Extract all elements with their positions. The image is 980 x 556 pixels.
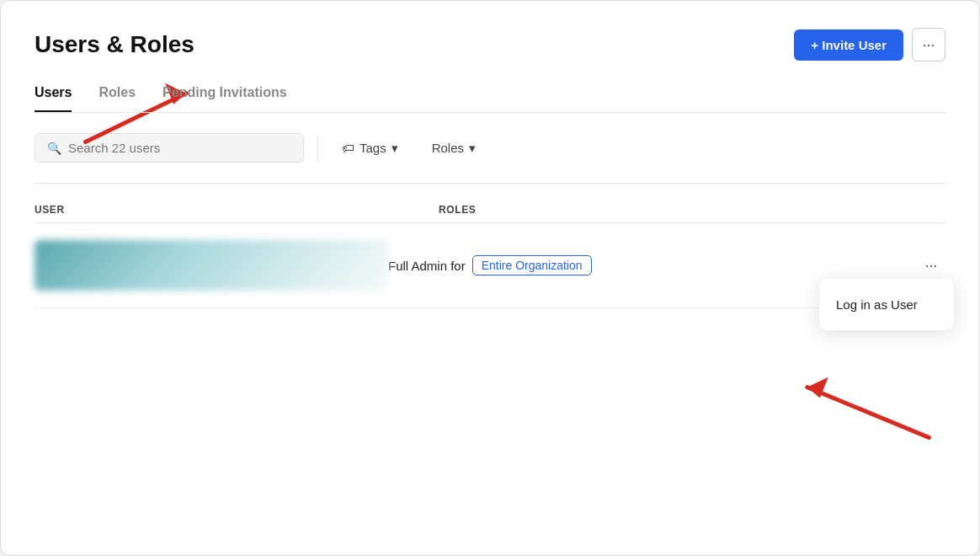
tags-chevron-icon: ▾ (391, 141, 398, 156)
header-actions: + Invite User ··· (794, 28, 945, 61)
roles-chevron-icon: ▾ (469, 141, 476, 156)
svg-line-2 (807, 388, 929, 438)
tabs-container: Users Roles Pending Invitations (35, 85, 945, 113)
tab-users[interactable]: Users (35, 85, 72, 112)
filter-divider (35, 183, 945, 184)
user-role-column: Full Admin for Entire Organization (388, 255, 917, 275)
dropdown-menu: Log in as User (819, 279, 954, 330)
col-header-user: USER (35, 204, 439, 216)
filter-separator (317, 135, 318, 162)
search-input[interactable] (68, 141, 291, 155)
roles-filter-button[interactable]: Roles ▾ (422, 134, 486, 163)
table-row: Full Admin for Entire Organization ··· L… (35, 223, 945, 308)
main-window: Users & Roles + Invite User ··· Users Ro… (0, 0, 980, 556)
avatar (35, 240, 388, 291)
tags-filter-button[interactable]: 🏷 Tags ▾ (332, 134, 408, 163)
org-badge[interactable]: Entire Organization (472, 255, 592, 275)
table-header: USER ROLES (35, 197, 945, 223)
arrow-2 (807, 377, 929, 438)
ellipsis-icon: ··· (922, 36, 935, 54)
page-title: Users & Roles (35, 31, 194, 58)
search-icon: 🔍 (47, 142, 61, 155)
row-more-button[interactable]: ··· (917, 251, 945, 280)
log-in-as-user-item[interactable]: Log in as User (819, 287, 954, 322)
tab-pending-invitations[interactable]: Pending Invitations (162, 85, 287, 112)
invite-user-button[interactable]: + Invite User (794, 29, 903, 61)
col-header-roles: ROLES (439, 204, 945, 216)
row-ellipsis-icon: ··· (924, 257, 937, 275)
search-box[interactable]: 🔍 (35, 133, 304, 163)
role-text: Full Admin for (388, 259, 466, 273)
tag-icon: 🏷 (342, 141, 354, 155)
tab-roles[interactable]: Roles (99, 85, 136, 112)
filters-bar: 🔍 🏷 Tags ▾ Roles ▾ (35, 133, 945, 163)
svg-marker-3 (807, 377, 828, 398)
page-header: Users & Roles + Invite User ··· (35, 28, 945, 61)
header-more-button[interactable]: ··· (912, 28, 945, 61)
